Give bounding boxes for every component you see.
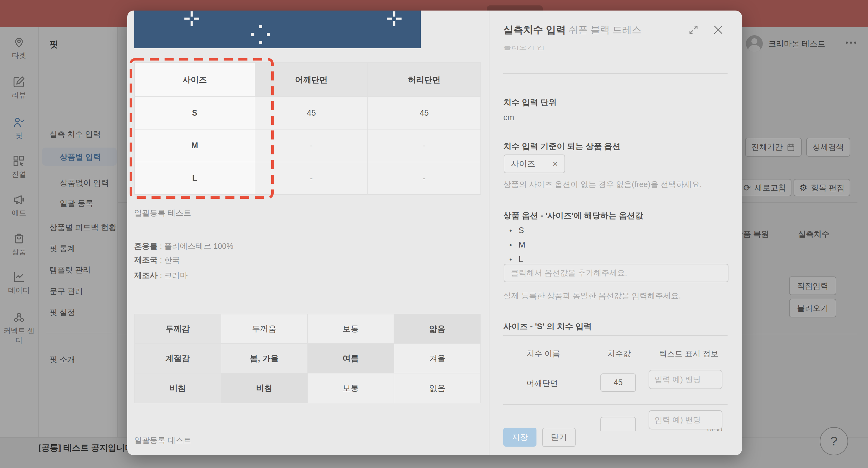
unit-value: cm	[503, 113, 514, 122]
text-info-input[interactable]: 입력 예) 밴딩	[649, 370, 722, 389]
panel-title: 실측치수 입력 쉬폰 블랙 드레스	[503, 23, 641, 37]
plus-marker-icon	[183, 10, 200, 27]
measure-input-modal: 사이즈 어깨단면 허리단면 S 45 45 M - - L - - 일	[127, 10, 742, 455]
measure-value: 45	[614, 378, 623, 387]
option-label: 치수 입력 기준이 되는 상품 옵션	[503, 141, 621, 152]
close-button[interactable]: 닫기	[542, 428, 576, 447]
column-text-info: 텍스트 표시 정보	[659, 348, 718, 359]
fit-option: 겨울	[394, 344, 481, 373]
size-table-header: 허리단면	[368, 63, 481, 97]
panel-title-text: 실측치수 입력	[503, 24, 566, 35]
measure-name: 어깨단면	[527, 378, 558, 389]
info-line-material: 혼용률 : 폴리에스테르 100%	[134, 241, 233, 252]
panel-scroll-area[interactable]: 불러오기 입력 치수 입력 단위 cm 치수 입력 기준이 되는 상품 옵션 사…	[490, 44, 742, 431]
page: 타겟 리뷰 핏 진열 애드 상품 데이터 커넥트 센터	[0, 0, 868, 468]
size-input-label: 사이즈 - 'S' 의 치수 입력	[503, 321, 592, 332]
info-line-country: 제조국 : 한국	[134, 255, 180, 265]
info-value: : 크리마	[158, 271, 188, 280]
info-value: : 한국	[158, 256, 180, 264]
product-image-banner	[134, 10, 421, 48]
fit-row-label: 비침	[134, 373, 221, 403]
bulk-note-top: 일괄등록 테스트	[134, 208, 191, 218]
option-value-item: •S	[509, 226, 524, 235]
fit-option: 두꺼움	[221, 314, 307, 344]
option-help: 상품의 사이즈 옵션이 없는 경우 없음(free)을 선택하세요.	[503, 179, 702, 190]
text-info-placeholder: 입력 예) 밴딩	[655, 374, 701, 385]
measure-cell: 45	[368, 97, 481, 129]
option-chip[interactable]: 사이즈 ×	[504, 155, 565, 173]
panel-divider	[503, 335, 727, 336]
expand-icon[interactable]	[688, 24, 699, 35]
values-help: 실제 등록한 상품과 동일한 옵션값을 입력해주세요.	[503, 291, 681, 301]
option-values-label: 상품 옵션 - '사이즈'에 해당하는 옵션값	[503, 210, 643, 221]
info-label: 제조국	[134, 256, 158, 264]
option-value-item: •L	[509, 255, 523, 264]
fit-option-selected: 여름	[307, 344, 394, 373]
save-label: 저장	[512, 432, 528, 443]
column-measure-name: 치수 이름	[527, 348, 560, 359]
add-option-placeholder: 클릭해서 옵션값을 추가해주세요.	[511, 268, 627, 278]
chip-remove-icon[interactable]: ×	[553, 159, 558, 169]
fit-option: 봄, 가을	[221, 344, 307, 373]
option-value: M	[518, 240, 525, 249]
plus-marker-icon	[386, 10, 403, 27]
info-value: : 폴리에스테르 100%	[158, 241, 233, 250]
fit-option-selected: 얇음	[394, 314, 481, 344]
fit-option: 없음	[394, 373, 481, 403]
option-value-item: •M	[509, 240, 525, 250]
scrolled-text-remnant: 불러오기 입력	[503, 46, 552, 50]
measure-cell: -	[368, 162, 481, 195]
option-value: S	[518, 226, 524, 235]
fit-attribute-table: 두께감 두꺼움 보통 얇음 계절감 봄, 가을 여름 겨울 비침 비침 보통 없…	[134, 314, 481, 403]
measure-value-input[interactable]	[600, 417, 636, 431]
panel-divider	[503, 404, 727, 405]
info-line-maker: 제조사 : 크리마	[134, 270, 188, 281]
text-info-input[interactable]: 입력 예) 밴딩	[649, 410, 722, 430]
text-info-placeholder: 입력 예) 밴딩	[655, 415, 701, 425]
fit-option: 보통	[307, 373, 394, 403]
fit-option: 보통	[307, 314, 394, 344]
column-measure-value: 치수값	[607, 348, 631, 359]
fit-row-label: 두께감	[134, 314, 221, 344]
measure-value-input[interactable]: 45	[600, 373, 636, 392]
fit-row-label: 계절감	[134, 344, 221, 373]
panel-divider	[503, 73, 727, 74]
info-label: 혼용률	[134, 241, 158, 250]
measure-cell: -	[368, 129, 481, 162]
product-name: 쉬폰 블랙 드레스	[568, 24, 641, 35]
bulk-note-bottom: 일괄등록 테스트	[134, 435, 191, 446]
option-value: L	[518, 255, 523, 264]
close-icon[interactable]	[713, 24, 724, 35]
close-label: 닫기	[551, 432, 567, 443]
fit-option-selected: 비침	[221, 373, 307, 403]
save-button[interactable]: 저장	[503, 428, 536, 446]
unit-label: 치수 입력 단위	[503, 97, 557, 108]
info-label: 제조사	[134, 271, 158, 280]
selection-highlight-box	[130, 58, 274, 199]
measure-input-panel: 실측치수 입력 쉬폰 블랙 드레스 불러오기 입력 치수 입력 단위 cm 치수…	[490, 10, 742, 455]
add-option-value-input[interactable]: 클릭해서 옵션값을 추가해주세요.	[504, 264, 728, 282]
option-chip-label: 사이즈	[511, 158, 535, 169]
